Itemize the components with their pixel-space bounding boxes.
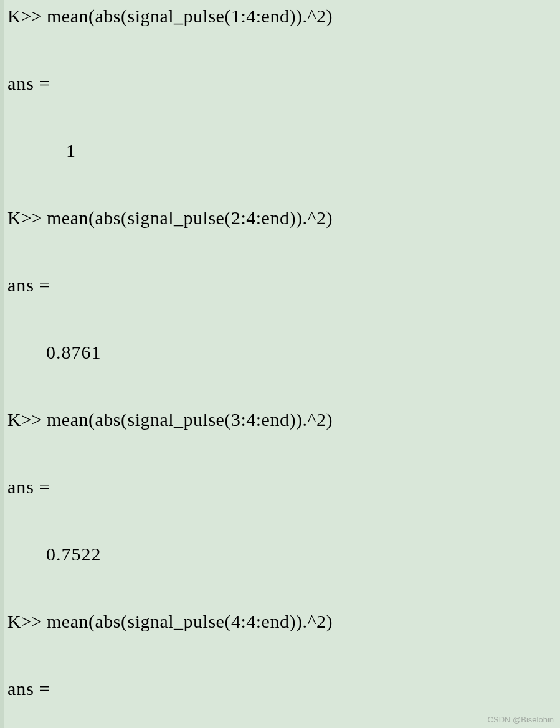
command-line-4[interactable]: K>> mean(abs(signal_pulse(4:4:end)).^2): [7, 612, 555, 634]
blank-line: [7, 298, 555, 320]
blank-line: [7, 230, 555, 253]
blank-line: [7, 365, 555, 387]
debug-prompt: K>>: [7, 612, 47, 631]
blank-line: [7, 96, 555, 118]
ans-label: ans =: [7, 477, 555, 499]
debug-prompt: K>>: [7, 410, 47, 430]
command-text: mean(abs(signal_pulse(3:4:end)).^2): [47, 410, 333, 430]
blank-line: [7, 29, 555, 51]
ans-label: ans =: [7, 275, 555, 298]
blank-line: [7, 701, 555, 724]
blank-line: [7, 522, 555, 544]
blank-line: [7, 118, 555, 141]
result-value-3: 0.7522: [7, 544, 555, 567]
blank-line: [7, 320, 555, 343]
blank-line: [7, 51, 555, 73]
left-gutter: [0, 0, 4, 728]
blank-line: [7, 724, 555, 728]
watermark-text: CSDN @Biselohin: [488, 715, 554, 724]
blank-line: [7, 163, 555, 186]
blank-line: [7, 634, 555, 656]
blank-line: [7, 567, 555, 589]
blank-line: [7, 656, 555, 679]
blank-line: [7, 432, 555, 455]
debug-prompt: K>>: [7, 208, 47, 228]
command-line-3[interactable]: K>> mean(abs(signal_pulse(3:4:end)).^2): [7, 410, 555, 432]
command-line-2[interactable]: K>> mean(abs(signal_pulse(2:4:end)).^2): [7, 208, 555, 230]
result-value-2: 0.8761: [7, 343, 555, 365]
command-line-1[interactable]: K>> mean(abs(signal_pulse(1:4:end)).^2): [7, 6, 555, 29]
ans-label: ans =: [7, 679, 555, 701]
blank-line: [7, 387, 555, 410]
blank-line: [7, 589, 555, 612]
blank-line: [7, 499, 555, 522]
ans-label: ans =: [7, 73, 555, 96]
command-window-content: K>> mean(abs(signal_pulse(1:4:end)).^2) …: [7, 6, 555, 728]
debug-prompt: K>>: [7, 6, 47, 26]
command-text: mean(abs(signal_pulse(4:4:end)).^2): [47, 612, 333, 631]
command-text: mean(abs(signal_pulse(1:4:end)).^2): [47, 6, 333, 26]
blank-line: [7, 455, 555, 477]
blank-line: [7, 186, 555, 208]
result-value-1: 1: [7, 141, 555, 163]
blank-line: [7, 253, 555, 275]
command-text: mean(abs(signal_pulse(2:4:end)).^2): [47, 208, 333, 228]
